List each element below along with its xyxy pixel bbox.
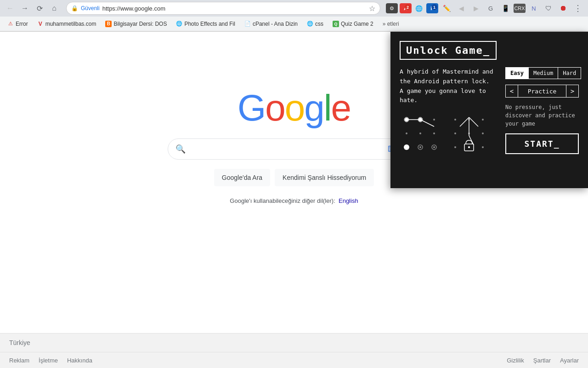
svg-point-24 bbox=[454, 146, 456, 148]
svg-line-28 bbox=[460, 117, 469, 126]
bookmark-star-button[interactable]: ☆ bbox=[369, 4, 375, 13]
popup-right: Easy Medium Hard < Practice > No pressur… bbox=[505, 67, 579, 154]
language-text: Google'ı kullanabileceğiniz diğer dil(le… bbox=[230, 197, 335, 204]
svg-line-29 bbox=[469, 117, 478, 126]
bookmark-quizgame[interactable]: Q Quiz Game 2 bbox=[329, 18, 377, 29]
unlock-game-popup: Unlock Game_ A hybrid of Mastermind and … bbox=[390, 32, 588, 188]
footer-right-links: Gizlilik Şartlar Ayarlar bbox=[507, 357, 579, 364]
google-search-button[interactable]: Google'da Ara bbox=[214, 169, 270, 186]
muhammetilbas-favicon: V bbox=[37, 21, 44, 27]
footer-left-links: Reklam İşletme Hakkında bbox=[9, 357, 92, 364]
address-bar[interactable]: 🔒 Güvenli https://www.google.com ☆ bbox=[66, 2, 380, 15]
nord-btn[interactable]: N bbox=[527, 2, 540, 15]
popup-diagrams bbox=[400, 113, 498, 154]
nav-fwd-ext-btn[interactable]: ▶ bbox=[469, 2, 482, 15]
diagram-1 bbox=[400, 113, 441, 154]
bookmarks-bar: ⚠ Error V muhammetilbas.com B Bilgisayar… bbox=[0, 17, 588, 31]
error-favicon: ⚠ bbox=[7, 21, 14, 27]
page-footer: Türkiye Reklam İşletme Hakkında Gizlilik… bbox=[0, 333, 588, 368]
language-line: Google'ı kullanabileceğiniz diğer dil(le… bbox=[230, 197, 358, 204]
extensions-icon-btn[interactable]: ⚙ bbox=[386, 3, 398, 13]
svg-point-21 bbox=[454, 132, 456, 134]
record-btn[interactable]: ⏺ bbox=[557, 2, 570, 15]
quizgame-favicon: Q bbox=[333, 21, 339, 27]
grammarly-btn[interactable]: A 2 bbox=[400, 3, 412, 13]
footer-sartlar-link[interactable]: Şartlar bbox=[533, 357, 551, 364]
footer-hakkinda-link[interactable]: Hakkında bbox=[67, 357, 92, 364]
chrome-menu-button[interactable]: ⋮ bbox=[571, 2, 584, 15]
google-translate-btn[interactable]: G bbox=[484, 2, 497, 15]
mode-navigation: < Practice > bbox=[505, 85, 579, 98]
bookmark-cpanel[interactable]: 📄 cPanel - Ana Dizin bbox=[241, 18, 301, 29]
search-input[interactable] bbox=[190, 145, 383, 153]
footer-links: Reklam İşletme Hakkında Gizlilik Şartlar… bbox=[0, 352, 588, 368]
practice-info: No pressure, just discover and practice … bbox=[505, 103, 579, 128]
bookmark-photoeffects[interactable]: 🌐 Photo Effects and Fil bbox=[172, 18, 239, 29]
bookmark-muhammetilbas[interactable]: V muhammetilbas.com bbox=[34, 18, 100, 29]
toolbar-icons: ⚙ A 2 🌐 P 1 ✏️ ◀ ▶ G 📱 CRX N 🛡 ⏺ ⋮ bbox=[386, 2, 584, 15]
svg-point-14 bbox=[418, 118, 422, 121]
mode-prev-button[interactable]: < bbox=[505, 85, 518, 98]
browser-chrome: ← → ⟳ ⌂ 🔒 Güvenli https://www.google.com… bbox=[0, 0, 588, 32]
phone-btn[interactable]: 📱 bbox=[499, 2, 512, 15]
crx-btn[interactable]: CRX bbox=[514, 4, 526, 13]
bookmark-css-label: css bbox=[315, 21, 323, 27]
search-icon: 🔍 bbox=[175, 144, 186, 154]
footer-ayarlar-link[interactable]: Ayarlar bbox=[560, 357, 579, 364]
footer-isletme-link[interactable]: İşletme bbox=[39, 357, 58, 364]
svg-point-13 bbox=[405, 118, 408, 121]
diagram-2-svg bbox=[448, 113, 490, 154]
bookmark-css[interactable]: 🌐 css bbox=[303, 18, 327, 29]
titlebar: ← → ⟳ ⌂ 🔒 Güvenli https://www.google.com… bbox=[0, 0, 588, 17]
home-button[interactable]: ⌂ bbox=[48, 2, 61, 15]
css-favicon: 🌐 bbox=[307, 21, 313, 27]
bilgisayar-favicon: B bbox=[105, 21, 112, 27]
reload-button[interactable]: ⟳ bbox=[33, 2, 46, 15]
svg-point-2 bbox=[433, 119, 435, 121]
mode-label: Practice bbox=[518, 85, 566, 98]
svg-point-20 bbox=[482, 119, 484, 121]
bookmark-error[interactable]: ⚠ Error bbox=[4, 18, 32, 29]
google-logo: Google bbox=[237, 87, 351, 129]
secure-label: Güvenli bbox=[81, 5, 100, 12]
svg-point-15 bbox=[404, 144, 409, 150]
hard-button[interactable]: Hard bbox=[558, 67, 581, 79]
medium-button[interactable]: Medium bbox=[528, 67, 558, 79]
diagram-2 bbox=[448, 113, 490, 154]
easy-button[interactable]: Easy bbox=[505, 67, 528, 79]
nav-back-ext-btn[interactable]: ◀ bbox=[455, 2, 468, 15]
svg-point-8 bbox=[433, 146, 435, 148]
logo-e: e bbox=[331, 87, 351, 128]
opera-ext-btn[interactable]: 🌐 bbox=[413, 3, 424, 14]
lock-icon: 🔒 bbox=[71, 5, 78, 12]
popup-description: A hybrid of Mastermind and the Android p… bbox=[400, 67, 498, 105]
footer-gizlilik-link[interactable]: Gizlilik bbox=[507, 357, 524, 364]
start-button[interactable]: START_ bbox=[505, 133, 579, 154]
back-button[interactable]: ← bbox=[4, 2, 17, 15]
eyedropper-btn[interactable]: ✏️ bbox=[440, 2, 453, 15]
mode-next-button[interactable]: > bbox=[566, 85, 579, 98]
bookmark-quizgame-label: Quiz Game 2 bbox=[341, 21, 373, 27]
bookmark-bilgisayar[interactable]: B Bilgisayar Dersi: DOS bbox=[102, 18, 170, 29]
svg-point-18 bbox=[454, 119, 456, 121]
shield-btn[interactable]: 🛡 bbox=[542, 2, 555, 15]
popup-title: Unlock Game_ bbox=[400, 41, 497, 60]
svg-point-7 bbox=[419, 146, 421, 148]
sync-badge: 1 bbox=[431, 4, 437, 10]
english-language-link[interactable]: English bbox=[339, 197, 358, 204]
page-content: Google 🔍 ⌨ 🎙 Google'da Ara Kendimi Şansl… bbox=[0, 32, 588, 368]
bookmark-more[interactable]: » etleri bbox=[379, 18, 403, 29]
sync-btn[interactable]: P 1 bbox=[426, 3, 438, 13]
svg-point-23 bbox=[482, 132, 484, 134]
diagram-1-svg bbox=[400, 113, 441, 154]
grammarly-badge: 2 bbox=[405, 4, 411, 10]
search-box: 🔍 ⌨ 🎙 bbox=[168, 138, 420, 160]
bookmark-bilgisayar-label: Bilgisayar Dersi: DOS bbox=[113, 21, 167, 27]
svg-line-12 bbox=[420, 120, 434, 126]
svg-point-32 bbox=[468, 146, 470, 148]
footer-reklam-link[interactable]: Reklam bbox=[9, 357, 29, 364]
logo-g2: g bbox=[304, 87, 324, 128]
bookmark-photoeffects-label: Photo Effects and Fil bbox=[184, 21, 235, 27]
feeling-lucky-button[interactable]: Kendimi Şanslı Hissediyorum bbox=[275, 169, 374, 186]
forward-button[interactable]: → bbox=[18, 2, 31, 15]
